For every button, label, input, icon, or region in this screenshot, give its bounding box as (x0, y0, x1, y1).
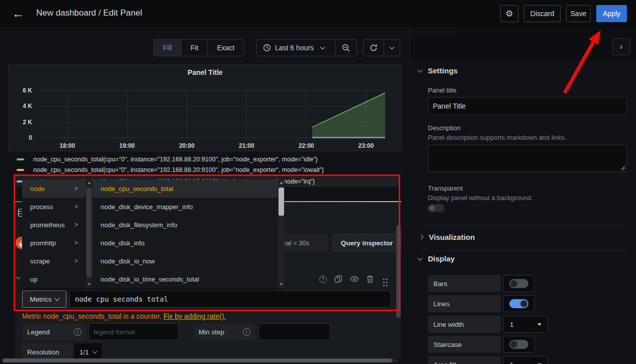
area-fill-row-label: Area fill (428, 356, 501, 364)
visualization-section-header[interactable]: Visualization (419, 233, 475, 241)
delete-query-trash-icon[interactable] (365, 274, 376, 285)
svg-text:22:00: 22:00 (299, 142, 314, 149)
scroll-up-icon[interactable]: ▲ (280, 179, 284, 187)
display-section-header[interactable]: Display (418, 254, 455, 263)
exact-button[interactable]: Exact (208, 40, 243, 56)
dropdown-item-node-disk-io-now[interactable]: node_disk_io_now (93, 252, 278, 270)
svg-text:0: 0 (29, 134, 32, 141)
bars-row-label: Bars (428, 275, 501, 292)
collapse-sidebar-button[interactable]: › (612, 38, 630, 55)
chevron-right-icon: › (620, 42, 622, 51)
line-width-select[interactable]: 1 (503, 316, 548, 333)
horizontal-scrollbar[interactable] (3, 358, 398, 362)
refresh-button[interactable] (364, 40, 384, 56)
scroll-down-icon[interactable]: ▼ (87, 281, 92, 288)
drag-handle-icon[interactable] (378, 277, 389, 288)
staircase-toggle-box (503, 336, 534, 353)
dropdown-item-scrape[interactable]: scrape> (22, 252, 86, 270)
apply-button[interactable]: Apply (596, 5, 627, 22)
dropdown-item-node-disk-device-mapper-info[interactable]: node_disk_device_mapper_info (93, 198, 278, 216)
save-button[interactable]: Save (566, 5, 591, 22)
transparent-help-text: Display panel without a background. (428, 194, 533, 202)
lines-toggle[interactable] (509, 299, 528, 308)
timeseries-chart[interactable]: 02 K4 K6 K18:0019:0020:0021:0022:0023:00 (8, 79, 402, 149)
resolution-value: 1/1 (79, 348, 89, 356)
counter-warning: Metric node_cpu_seconds_total is a count… (22, 312, 226, 320)
fill-button[interactable]: Fill (154, 40, 181, 56)
staircase-row-label: Staircase (428, 336, 501, 353)
scrollbar-thumb[interactable] (279, 188, 284, 216)
area-fill-select[interactable]: 1 (503, 356, 548, 364)
settings-section-label: Settings (428, 66, 458, 75)
scrollbar-thumb[interactable] (86, 188, 92, 277)
zoom-out-button[interactable] (336, 40, 356, 56)
panel-title-label: Panel title (428, 86, 457, 94)
section-divider (419, 225, 628, 225)
staircase-toggle[interactable] (509, 340, 528, 349)
legend-format-input[interactable] (88, 323, 179, 340)
bars-toggle[interactable] (509, 279, 528, 288)
legend-item-label: node_cpu_seconds_total{cpu="0", instance… (33, 166, 324, 173)
time-range-button[interactable]: Last 6 hours (257, 40, 335, 56)
promql-query-input[interactable] (69, 291, 391, 308)
info-icon[interactable]: i (243, 328, 250, 336)
svg-text:6 K: 6 K (23, 87, 32, 94)
lines-row-label: Lines (428, 295, 501, 312)
dropdown-item-process[interactable]: process> (22, 198, 86, 216)
grafana-edit-panel-screen: ← New dashboard / Edit Panel ⚙ Discard S… (0, 0, 636, 364)
scroll-down-icon[interactable]: ▼ (280, 281, 284, 288)
fix-rate-link[interactable]: Fix by adding rate(). (163, 312, 226, 320)
dropdown-item-node-disk-info[interactable]: node_disk_info (93, 234, 278, 252)
svg-text:2 K: 2 K (23, 119, 32, 126)
area-fill-value: 1 (510, 361, 514, 364)
settings-section-header[interactable]: Settings (418, 66, 458, 75)
dropdown-item-up[interactable]: up (22, 270, 86, 288)
scroll-up-icon[interactable]: ▲ (87, 179, 92, 187)
line-width-row-label: Line width (428, 316, 501, 333)
duplicate-query-icon[interactable] (333, 274, 344, 285)
toggle-visibility-eye-icon[interactable] (349, 274, 360, 285)
legend-color-swatch (17, 169, 24, 171)
legend-item[interactable]: node_cpu_seconds_total{cpu="0", instance… (14, 154, 400, 164)
metric-list-scrollbar[interactable]: ▲ ▼ (278, 179, 285, 288)
refresh-interval-dropdown[interactable] (384, 40, 400, 56)
time-range-picker: Last 6 hours (256, 39, 357, 56)
query-inspector-button[interactable]: Query inspector (332, 234, 401, 251)
legend-item[interactable]: node_cpu_seconds_total{cpu="0", instance… (14, 164, 400, 175)
description-textarea[interactable] (428, 145, 627, 172)
info-icon[interactable]: i (74, 328, 81, 336)
dropdown-item-prometheus[interactable]: prometheus> (22, 216, 86, 234)
group-list-scrollbar[interactable]: ▲ ▼ (86, 179, 93, 288)
description-label: Description (428, 124, 461, 132)
dropdown-item-node-disk-filesystem-info[interactable]: node_disk_filesystem_info (93, 216, 278, 234)
resize-handle-icon[interactable] (620, 165, 625, 170)
dropdown-item-node-disk-io-time-seconds-total[interactable]: node_disk_io_time_seconds_total (93, 270, 278, 288)
fit-button[interactable]: Fit (181, 40, 208, 56)
resolution-select[interactable]: 1/1 (74, 343, 102, 360)
min-step-input[interactable] (258, 323, 330, 340)
bars-toggle-box (503, 275, 534, 292)
metrics-dropdown-button[interactable]: Metrics (22, 291, 66, 308)
resolution-label: Resolution (27, 348, 59, 356)
metrics-button-label: Metrics (30, 296, 52, 303)
transparent-toggle[interactable] (428, 204, 444, 212)
clock-icon (263, 44, 271, 52)
panel-title: Panel Title (8, 68, 402, 76)
chevron-right-icon (419, 235, 424, 240)
svg-text:21:00: 21:00 (239, 142, 254, 149)
metric-list: node_cpu_seconds_total node_disk_device_… (93, 179, 278, 288)
chevron-down-icon (390, 45, 395, 50)
dropdown-item-node[interactable]: node> (22, 179, 86, 198)
dropdown-item-promhttp[interactable]: promhttp> (22, 234, 86, 252)
back-arrow-icon[interactable]: ← (12, 7, 24, 21)
dashboard-settings-button[interactable]: ⚙ (500, 5, 518, 22)
time-range-label: Last 6 hours (275, 44, 314, 52)
dropdown-item-node-cpu-seconds-total[interactable]: node_cpu_seconds_total (93, 179, 278, 198)
query-help-icon[interactable]: ? (317, 274, 328, 285)
vertical-scrollbar-thumb[interactable] (396, 225, 401, 318)
horizontal-scrollbar-thumb[interactable] (3, 358, 392, 362)
svg-text:4 K: 4 K (23, 103, 32, 110)
discard-button[interactable]: Discard (524, 5, 561, 22)
panel-title-input[interactable] (428, 97, 627, 115)
chevron-down-icon (418, 67, 423, 72)
